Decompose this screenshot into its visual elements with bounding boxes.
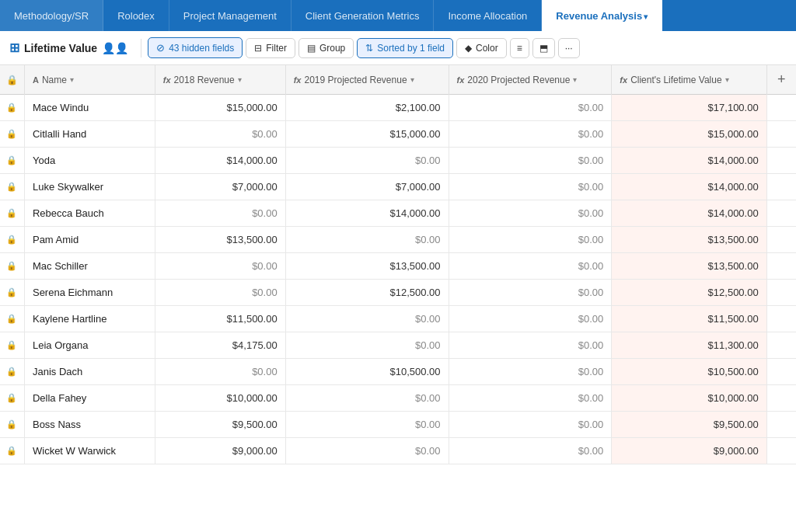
row-rev2019[interactable]: $0.00	[285, 148, 449, 174]
row-rev2018[interactable]: $9,000.00	[155, 438, 285, 464]
table-row[interactable]: 🔒Kaylene Hartline$11,500.00$0.00$0.00$11…	[0, 306, 796, 332]
row-rev2018[interactable]: $13,500.00	[155, 227, 285, 253]
row-lifetime-value[interactable]: $10,000.00	[612, 385, 766, 412]
row-rev2019[interactable]: $0.00	[285, 306, 449, 332]
table-row[interactable]: 🔒Boss Nass$9,500.00$0.00$0.00$9,500.00	[0, 412, 796, 438]
row-rev2020[interactable]: $0.00	[449, 412, 612, 438]
tab-rolodex[interactable]: Rolodex	[103, 0, 169, 31]
row-name[interactable]: Luke Skywalker	[24, 174, 155, 200]
row-rev2019[interactable]: $2,100.00	[285, 95, 449, 121]
row-lifetime-value[interactable]: $11,300.00	[612, 332, 766, 359]
row-rev2018[interactable]: $4,175.00	[155, 332, 285, 359]
row-name[interactable]: Citlalli Hand	[24, 121, 155, 148]
row-lifetime-value[interactable]: $15,000.00	[612, 121, 766, 148]
row-rev2019[interactable]: $15,000.00	[285, 121, 449, 148]
table-row[interactable]: 🔒Pam Amid$13,500.00$0.00$0.00$13,500.00	[0, 227, 796, 253]
row-rev2019[interactable]: $14,000.00	[285, 200, 449, 227]
row-rev2019[interactable]: $0.00	[285, 412, 449, 438]
col-header-2018[interactable]: fx 2018 Revenue ▾	[155, 65, 285, 95]
row-rev2020[interactable]: $0.00	[449, 227, 612, 253]
tab-client-generation[interactable]: Client Generation Metrics	[292, 0, 435, 31]
row-rev2018[interactable]: $7,000.00	[155, 174, 285, 200]
tab-income-allocation[interactable]: Income Allocation	[434, 0, 542, 31]
row-lifetime-value[interactable]: $17,100.00	[612, 95, 766, 121]
row-name[interactable]: Janis Dach	[24, 359, 155, 385]
row-name[interactable]: Yoda	[24, 148, 155, 174]
row-name[interactable]: Kaylene Hartline	[24, 306, 155, 332]
table-row[interactable]: 🔒Luke Skywalker$7,000.00$7,000.00$0.00$1…	[0, 174, 796, 200]
row-name[interactable]: Boss Nass	[24, 412, 155, 438]
filter-button[interactable]: ⊟ Filter	[246, 38, 295, 58]
col-header-name[interactable]: A Name ▾	[24, 65, 155, 95]
row-rev2020[interactable]: $0.00	[449, 174, 612, 200]
table-row[interactable]: 🔒Rebecca Bauch$0.00$14,000.00$0.00$14,00…	[0, 200, 796, 227]
table-row[interactable]: 🔒Janis Dach$0.00$10,500.00$0.00$10,500.0…	[0, 359, 796, 385]
table-row[interactable]: 🔒Citlalli Hand$0.00$15,000.00$0.00$15,00…	[0, 121, 796, 148]
row-rev2020[interactable]: $0.00	[449, 438, 612, 464]
row-rev2018[interactable]: $0.00	[155, 359, 285, 385]
row-rev2020[interactable]: $0.00	[449, 253, 612, 280]
table-row[interactable]: 🔒Leia Organa$4,175.00$0.00$0.00$11,300.0…	[0, 332, 796, 359]
row-rev2019[interactable]: $7,000.00	[285, 174, 449, 200]
row-rev2020[interactable]: $0.00	[449, 332, 612, 359]
row-rev2018[interactable]: $14,000.00	[155, 148, 285, 174]
row-rev2019[interactable]: $0.00	[285, 438, 449, 464]
sort-button[interactable]: ⇅ Sorted by 1 field	[357, 38, 453, 58]
group-button[interactable]: ▤ Group	[298, 38, 354, 58]
row-name[interactable]: Wicket W Warwick	[24, 438, 155, 464]
row-rev2020[interactable]: $0.00	[449, 148, 612, 174]
row-rev2019[interactable]: $13,500.00	[285, 253, 449, 280]
row-name[interactable]: Leia Organa	[24, 332, 155, 359]
tab-methodology[interactable]: Methodology/SR	[0, 0, 103, 31]
row-rev2020[interactable]: $0.00	[449, 121, 612, 148]
row-rev2019[interactable]: $0.00	[285, 385, 449, 412]
share-button[interactable]: ⬒	[532, 38, 555, 58]
row-lifetime-value[interactable]: $13,500.00	[612, 253, 766, 280]
row-rev2020[interactable]: $0.00	[449, 306, 612, 332]
table-row[interactable]: 🔒Yoda$14,000.00$0.00$0.00$14,000.00	[0, 148, 796, 174]
row-rev2019[interactable]: $0.00	[285, 332, 449, 359]
row-lifetime-value[interactable]: $9,500.00	[612, 412, 766, 438]
row-name[interactable]: Mac Schiller	[24, 253, 155, 280]
row-lifetime-value[interactable]: $12,500.00	[612, 280, 766, 306]
row-lifetime-value[interactable]: $14,000.00	[612, 200, 766, 227]
row-name[interactable]: Serena Eichmann	[24, 280, 155, 306]
row-rev2019[interactable]: $10,500.00	[285, 359, 449, 385]
row-rev2018[interactable]: $0.00	[155, 200, 285, 227]
row-rev2019[interactable]: $12,500.00	[285, 280, 449, 306]
row-name[interactable]: Rebecca Bauch	[24, 200, 155, 227]
row-rev2020[interactable]: $0.00	[449, 359, 612, 385]
row-rev2020[interactable]: $0.00	[449, 200, 612, 227]
row-lifetime-value[interactable]: $11,500.00	[612, 306, 766, 332]
tab-project-management[interactable]: Project Management	[169, 0, 292, 31]
table-row[interactable]: 🔒Wicket W Warwick$9,000.00$0.00$0.00$9,0…	[0, 438, 796, 464]
row-rev2018[interactable]: $0.00	[155, 280, 285, 306]
row-rev2019[interactable]: $0.00	[285, 227, 449, 253]
row-lifetime-value[interactable]: $14,000.00	[612, 174, 766, 200]
row-rev2018[interactable]: $9,500.00	[155, 412, 285, 438]
table-row[interactable]: 🔒Serena Eichmann$0.00$12,500.00$0.00$12,…	[0, 280, 796, 306]
row-lifetime-value[interactable]: $14,000.00	[612, 148, 766, 174]
col-header-2019[interactable]: fx 2019 Projected Revenue ▾	[285, 65, 449, 95]
col-header-2020[interactable]: fx 2020 Projected Revenue ▾	[449, 65, 612, 95]
more-button[interactable]: ···	[558, 38, 580, 58]
row-rev2018[interactable]: $0.00	[155, 121, 285, 148]
row-lifetime-value[interactable]: $10,500.00	[612, 359, 766, 385]
tab-revenue-analysis[interactable]: Revenue Analysis	[542, 0, 662, 31]
row-height-button[interactable]: ≡	[510, 38, 529, 58]
row-rev2018[interactable]: $15,000.00	[155, 95, 285, 121]
row-lifetime-value[interactable]: $9,000.00	[612, 438, 766, 464]
table-row[interactable]: 🔒Mac Schiller$0.00$13,500.00$0.00$13,500…	[0, 253, 796, 280]
row-rev2020[interactable]: $0.00	[449, 280, 612, 306]
table-row[interactable]: 🔒Della Fahey$10,000.00$0.00$0.00$10,000.…	[0, 385, 796, 412]
row-lifetime-value[interactable]: $13,500.00	[612, 227, 766, 253]
row-rev2018[interactable]: $0.00	[155, 253, 285, 280]
row-rev2020[interactable]: $0.00	[449, 385, 612, 412]
row-rev2018[interactable]: $10,000.00	[155, 385, 285, 412]
row-name[interactable]: Della Fahey	[24, 385, 155, 412]
color-button[interactable]: ◆ Color	[456, 38, 507, 58]
row-name[interactable]: Pam Amid	[24, 227, 155, 253]
table-row[interactable]: 🔒Mace Windu$15,000.00$2,100.00$0.00$17,1…	[0, 95, 796, 121]
hidden-fields-button[interactable]: ⊘ 43 hidden fields	[148, 37, 243, 58]
add-column-button[interactable]: +	[775, 71, 788, 88]
